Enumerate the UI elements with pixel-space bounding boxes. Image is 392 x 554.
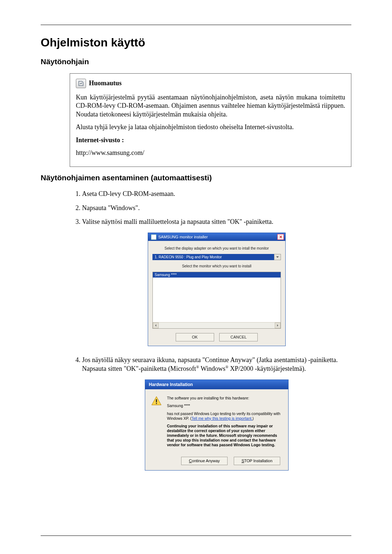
step-2: Napsauta "Windows". xyxy=(82,204,351,212)
dialog2-titlebar: Hardware Installation xyxy=(145,380,288,389)
step-4-text-b: Windows xyxy=(199,365,225,372)
note-url-link[interactable]: http://www.samsung.com/ xyxy=(76,149,144,156)
note-icon xyxy=(76,79,86,88)
continue-label-rest: ontinue Anyway xyxy=(192,459,220,463)
why-testing-link[interactable]: Tell me why this testing is important. xyxy=(192,416,253,420)
step-4-text-c: XP/2000 -käyttöjärjestelmä). xyxy=(228,365,306,372)
dialog1-title: SAMSUNG monitor installer xyxy=(158,234,208,240)
warning-icon xyxy=(151,396,162,406)
bottom-rule xyxy=(41,535,351,536)
stop-mnemonic: S xyxy=(241,459,244,463)
section-heading-install-auto: Näytönohjaimen asentaminen (automaattise… xyxy=(41,173,351,182)
continue-mnemonic: C xyxy=(189,459,192,463)
dialog1-titlebar: SAMSUNG monitor installer ✕ xyxy=(148,233,285,241)
dialog1-body: Select the display adapter on which you … xyxy=(148,241,285,345)
top-rule xyxy=(41,25,351,25)
adapter-combo[interactable]: 1. RADEON 9550 : Plug and Play Monitor xyxy=(152,254,281,260)
monitor-list-selected: Samsung **** xyxy=(153,272,281,278)
stop-installation-button[interactable]: STOP Installation xyxy=(234,457,280,465)
step-3-text: Valitse näyttösi malli malliluettelosta … xyxy=(82,218,273,225)
note-box: Huomautus Kun käyttöjärjestelmä pyytää a… xyxy=(70,73,351,167)
document-page: Ohjelmiston käyttö Näytönohjain Huomautu… xyxy=(0,0,392,554)
dialog1-button-row: OK CANCEL xyxy=(152,333,281,341)
hardware-installation-dialog: Hardware Installation xyxy=(145,379,289,471)
dialog2-line-3: has not passed Windows Logo testing to v… xyxy=(167,411,282,421)
dialog1-instruction-2: Select the monitor which you want to ins… xyxy=(152,264,281,269)
note-paragraph-1: Kun käyttöjärjestelmä pyytää asentamaan … xyxy=(76,93,345,119)
stop-label-rest: TOP Installation xyxy=(244,459,273,463)
adapter-combo-value: 1. RADEON 9550 : Plug and Play Monitor xyxy=(152,254,274,260)
cancel-button[interactable]: CANCEL xyxy=(219,333,258,341)
note-heading-row: Huomautus xyxy=(76,79,345,88)
scroll-track[interactable] xyxy=(159,323,275,328)
continue-anyway-button[interactable]: Continue Anyway xyxy=(181,457,228,465)
dialog2-line-3b: ) xyxy=(253,416,254,420)
step-4: Jos näytöllä näkyy seuraava ikkuna, naps… xyxy=(82,356,351,471)
dialog1-instruction-1: Select the display adapter on which you … xyxy=(152,246,281,251)
svg-rect-1 xyxy=(156,403,157,404)
step-3: Valitse näyttösi malli malliluettelosta … xyxy=(82,217,351,346)
note-heading-text: Huomautus xyxy=(89,79,122,87)
ordered-steps: Aseta CD-levy CD-ROM-asemaan. Napsauta "… xyxy=(70,189,351,471)
page-title: Ohjelmiston käyttö xyxy=(41,36,351,49)
svg-rect-0 xyxy=(156,399,157,402)
screenshot-1-wrap: SAMSUNG monitor installer ✕ Select the d… xyxy=(82,233,351,346)
dialog2-body: The software you are installing for this… xyxy=(145,389,288,470)
dialog2-line-1: The software you are installing for this… xyxy=(167,396,282,401)
samsung-installer-dialog: SAMSUNG monitor installer ✕ Select the d… xyxy=(148,233,286,346)
step-1: Aseta CD-levy CD-ROM-asemaan. xyxy=(82,189,351,198)
app-icon xyxy=(151,234,156,240)
chevron-down-icon[interactable] xyxy=(274,254,281,260)
ok-button[interactable]: OK xyxy=(176,333,214,341)
dialog2-title: Hardware Installation xyxy=(149,382,193,387)
dialog2-line-4: Continuing your installation of this sof… xyxy=(167,424,282,448)
dialog2-button-row: Continue Anyway STOP Installation xyxy=(151,457,282,465)
close-icon[interactable]: ✕ xyxy=(277,234,284,240)
dialog2-line-2: Samsung **** xyxy=(167,403,282,408)
section-heading-driver: Näytönohjain xyxy=(41,57,351,66)
scroll-right-icon[interactable] xyxy=(275,323,281,328)
monitor-listbox[interactable]: Samsung **** xyxy=(152,272,281,329)
horizontal-scrollbar[interactable] xyxy=(153,322,281,328)
scroll-left-icon[interactable] xyxy=(153,323,159,328)
screenshot-2-wrap: Hardware Installation xyxy=(82,379,351,471)
dialog2-message: The software you are installing for this… xyxy=(167,396,282,450)
note-paragraph-2: Alusta tyhjä levyke ja lataa ohjainohjel… xyxy=(76,123,345,131)
note-site-label: Internet-sivusto : xyxy=(76,136,345,144)
